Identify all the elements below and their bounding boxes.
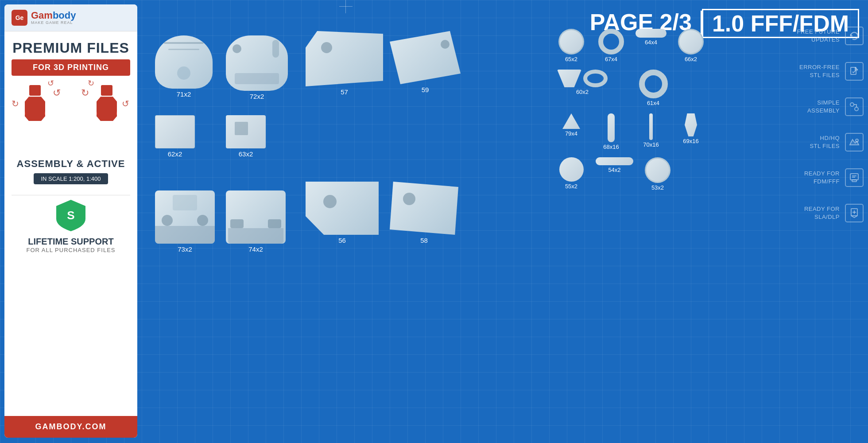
part-65: 65x2 bbox=[556, 29, 587, 62]
part-73-label: 73x2 bbox=[178, 245, 192, 253]
part-54: 54x2 bbox=[596, 157, 633, 191]
feature-free-updates-label: FREE FUTUREUPDATES bbox=[797, 28, 840, 44]
part-63-label: 63x2 bbox=[239, 150, 253, 158]
shield-icon: S bbox=[55, 199, 86, 232]
svg-text:S: S bbox=[67, 209, 74, 222]
part-71: 71x2 bbox=[155, 35, 213, 98]
part-67-label: 67x4 bbox=[605, 56, 617, 62]
part-53-label: 53x2 bbox=[651, 184, 664, 191]
part-64-label: 64x4 bbox=[645, 39, 657, 46]
lifetime-text: LIFETIME SUPPORT bbox=[28, 237, 113, 247]
sidebar-content: PREMIUM FILES FOR 3D PRINTING ↺ ↻ ↺ bbox=[4, 31, 137, 416]
sidebar-header: Ge Gambody MAKE GAME REAL bbox=[4, 4, 137, 31]
feature-hd-hq: HD/HQSTL FILES bbox=[775, 133, 864, 152]
robot-right: ↻ ↺ ↻ bbox=[97, 85, 117, 121]
part-60-label: 60x2 bbox=[576, 89, 589, 95]
feature-hd-hq-label: HD/HQSTL FILES bbox=[810, 134, 840, 150]
part-72: 72x2 bbox=[226, 35, 288, 100]
premium-files-title: PREMIUM FILES bbox=[12, 40, 129, 56]
small-parts-row3: 79x4 68x16 70x16 69x16 bbox=[556, 113, 773, 150]
feature-fdm-fff: READY FORFDM/FFF bbox=[775, 168, 864, 187]
feature-simple-assembly-icon bbox=[845, 97, 864, 116]
part-79: 79x4 bbox=[556, 113, 587, 150]
part-54-label: 54x2 bbox=[608, 167, 620, 173]
feature-fdm-fff-label: READY FORFDM/FFF bbox=[804, 170, 840, 186]
part-79-label: 79x4 bbox=[565, 130, 577, 137]
part-58: 58 bbox=[390, 182, 458, 244]
feature-sla-dlp-icon bbox=[845, 204, 864, 222]
part-61-label: 61x4 bbox=[647, 100, 659, 106]
part-74: 74x2 bbox=[226, 190, 286, 253]
svg-rect-6 bbox=[852, 180, 856, 182]
part-64: 64x4 bbox=[636, 29, 666, 62]
part-56: 56 bbox=[306, 182, 379, 244]
divider-1 bbox=[12, 195, 130, 195]
part-58-label: 58 bbox=[420, 237, 428, 244]
gambody-name: Gambody bbox=[31, 11, 76, 20]
feature-hd-hq-icon bbox=[845, 133, 864, 152]
assembly-active-label: ASSEMBLY & ACTIVE bbox=[17, 158, 125, 170]
part-63: 63x2 bbox=[226, 115, 266, 158]
part-57: 57 bbox=[306, 31, 383, 96]
scale-badge: IN SCALE 1:200, 1:400 bbox=[34, 173, 108, 184]
part-70: 70x16 bbox=[636, 113, 666, 150]
feature-error-free: ERROR-FREESTL FILES bbox=[775, 62, 864, 81]
small-parts-row4: 55x2 54x2 53x2 bbox=[556, 157, 773, 191]
gambody-tagline: MAKE GAME REAL bbox=[31, 20, 76, 25]
feature-simple-assembly: SIMPLEASSEMBLY bbox=[775, 97, 864, 116]
part-59-label: 59 bbox=[422, 86, 429, 93]
part-62: 62x2 bbox=[155, 115, 195, 158]
part-69-label: 69x16 bbox=[683, 138, 698, 144]
part-66-label: 66x2 bbox=[685, 56, 697, 62]
purchased-text: FOR ALL PURCHASED FILES bbox=[27, 247, 116, 253]
part-67: 67x4 bbox=[596, 29, 627, 62]
features-panel: FREE FUTUREUPDATES ERROR-FREESTL FILES S… bbox=[775, 27, 864, 222]
part-55: 55x2 bbox=[556, 157, 587, 191]
part-61: 61x4 bbox=[636, 70, 671, 106]
part-68: 68x16 bbox=[596, 113, 627, 150]
part-57-label: 57 bbox=[341, 88, 348, 96]
part-60: 60x2 bbox=[556, 70, 609, 106]
sidebar: Ge Gambody MAKE GAME REAL PREMIUM FILES … bbox=[4, 4, 137, 438]
feature-simple-assembly-label: SIMPLEASSEMBLY bbox=[807, 99, 840, 115]
sidebar-footer: GAMBODY.COM bbox=[4, 416, 137, 438]
crosshair-vertical bbox=[345, 0, 346, 13]
small-parts-row2: 60x2 61x4 bbox=[556, 70, 773, 106]
feature-error-free-label: ERROR-FREESTL FILES bbox=[799, 63, 840, 79]
small-parts-row1: 65x2 67x4 64x4 66x2 bbox=[556, 29, 773, 62]
crosshair-horizontal bbox=[339, 6, 353, 7]
feature-sla-dlp-label: READY FORSLA/DLP bbox=[804, 205, 840, 221]
feature-sla-dlp: READY FORSLA/DLP bbox=[775, 204, 864, 222]
robot-left: ↺ ↻ ↺ bbox=[25, 85, 45, 121]
part-71-label: 71x2 bbox=[177, 90, 191, 98]
part-72-label: 72x2 bbox=[250, 93, 264, 100]
feature-free-updates-icon bbox=[845, 27, 864, 45]
robot-image-area: ↺ ↻ ↺ ↻ ↺ ↻ bbox=[12, 83, 130, 154]
svg-point-2 bbox=[850, 103, 854, 106]
part-66: 66x2 bbox=[675, 29, 706, 62]
part-73: 73x2 bbox=[155, 190, 215, 253]
feature-error-free-icon bbox=[845, 62, 864, 81]
feature-free-updates: FREE FUTUREUPDATES bbox=[775, 27, 864, 45]
feature-fdm-fff-icon bbox=[845, 168, 864, 187]
part-53: 53x2 bbox=[642, 157, 673, 191]
part-68-label: 68x16 bbox=[603, 144, 619, 150]
part-56-label: 56 bbox=[338, 237, 346, 244]
part-69: 69x16 bbox=[675, 113, 706, 150]
for-3d-printing-badge: FOR 3D PRINTING bbox=[12, 59, 130, 76]
part-74-label: 74x2 bbox=[248, 245, 263, 253]
gambody-logo-text: Gambody MAKE GAME REAL bbox=[31, 11, 76, 25]
part-62-label: 62x2 bbox=[168, 150, 182, 158]
gambody-logo-icon: Ge bbox=[12, 10, 27, 26]
part-70-label: 70x16 bbox=[643, 141, 659, 148]
svg-point-3 bbox=[855, 107, 858, 111]
part-55-label: 55x2 bbox=[565, 183, 577, 190]
part-59: 59 bbox=[390, 31, 461, 93]
small-parts-section: 65x2 67x4 64x4 66x2 60x2 61x4 bbox=[556, 29, 773, 198]
svg-point-4 bbox=[856, 139, 858, 142]
part-65-label: 65x2 bbox=[565, 56, 577, 62]
lifetime-support-area: S LIFETIME SUPPORT FOR ALL PURCHASED FIL… bbox=[27, 199, 116, 253]
